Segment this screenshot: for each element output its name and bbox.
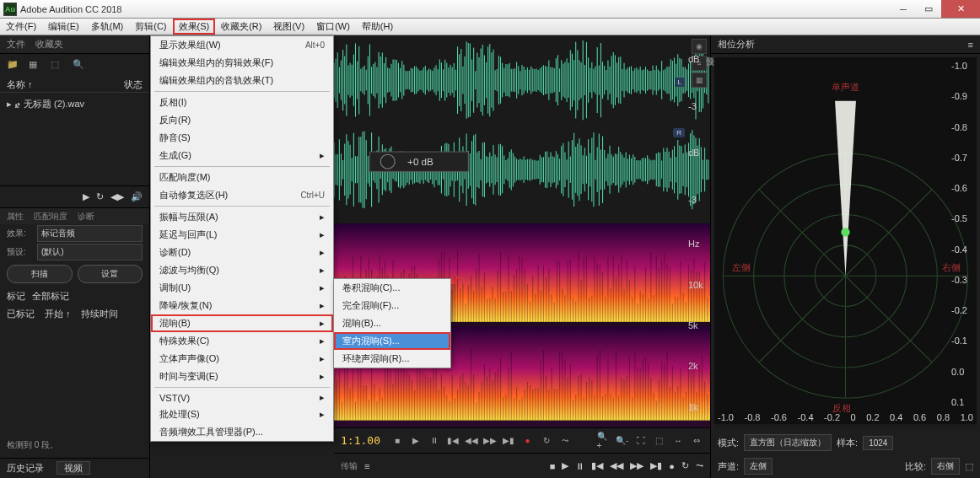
autoplay-icon[interactable]: ◀▶ xyxy=(110,191,124,202)
menu-item[interactable]: 诊断(D)▸ xyxy=(151,244,333,261)
col-start[interactable]: 开始 ↑ xyxy=(45,308,71,320)
g-forward-button[interactable]: ▶▶ xyxy=(630,460,643,471)
menu-4[interactable]: 效果(S) xyxy=(173,19,216,35)
menu-item[interactable]: 混响(B)▸ xyxy=(151,314,333,332)
pause-button[interactable]: ⏸ xyxy=(428,433,441,448)
menu-1[interactable]: 编辑(E) xyxy=(42,19,85,35)
menu-item[interactable]: 编辑效果组内的音轨效果(T) xyxy=(151,72,333,89)
menu-item[interactable]: 批处理(S)▸ xyxy=(151,405,333,423)
effect-select[interactable]: 标记音频 xyxy=(37,225,143,242)
channel-select[interactable]: 左侧 xyxy=(744,458,773,475)
tab-markers[interactable]: 标记 xyxy=(7,290,25,303)
menu-item[interactable]: 自动修复选区(H)Ctrl+U xyxy=(151,186,333,204)
menu-8[interactable]: 帮助(H) xyxy=(356,19,399,35)
history-select[interactable]: 视频 xyxy=(57,461,90,475)
g-loop-button[interactable]: ↻ xyxy=(681,460,689,471)
zoom-sel-icon[interactable]: ⬚ xyxy=(653,433,666,448)
menu-item[interactable]: 音频增效工具管理器(P)... xyxy=(151,423,333,441)
tab-files[interactable]: 文件 xyxy=(7,38,25,51)
g-rewind-button[interactable]: ◀◀ xyxy=(610,460,623,471)
play-button[interactable]: ▶ xyxy=(409,433,423,448)
menu-item[interactable]: 降噪/恢复(N)▸ xyxy=(151,297,333,314)
next-button[interactable]: ▶▮ xyxy=(502,433,515,448)
g-record-button[interactable]: ● xyxy=(669,461,675,471)
pan-icon[interactable]: ◉ xyxy=(692,39,707,54)
maximize-button[interactable]: ▭ xyxy=(916,0,941,18)
mode-select[interactable]: 直方图（日志缩放） xyxy=(744,434,832,451)
menu-item[interactable]: 生成(G)▸ xyxy=(151,147,333,164)
submenu-item[interactable]: 完全混响(F)... xyxy=(334,297,450,314)
preset-select[interactable]: (默认) xyxy=(37,244,143,260)
compare-select[interactable]: 右侧 xyxy=(931,458,960,475)
loop-button[interactable]: ↻ xyxy=(540,433,553,448)
waveform-display[interactable]: +0 dB ◉ ≡ ▦ dB-3dB-3 L R xyxy=(334,35,710,223)
g-prev-button[interactable]: ▮◀ xyxy=(591,460,603,471)
menu-item[interactable]: 反向(R) xyxy=(151,111,333,129)
submenu-item[interactable]: 卷积混响(C)... xyxy=(334,279,450,297)
open-icon[interactable]: 📁 xyxy=(7,59,20,73)
tab-all-markers[interactable]: 全部标记 xyxy=(32,290,69,303)
g-skip-button[interactable]: ⤳ xyxy=(696,460,703,471)
col-duration[interactable]: 持续时间 xyxy=(81,308,118,320)
menu-item[interactable]: 调制(U)▸ xyxy=(151,279,333,297)
scan-button[interactable]: 扫描 xyxy=(7,265,73,283)
menu-item[interactable]: VST(V)▸ xyxy=(151,389,333,405)
col-marked[interactable]: 已标记 xyxy=(7,308,35,320)
g-stop-button[interactable]: ■ xyxy=(550,461,556,471)
col-status[interactable]: 状态 xyxy=(124,78,143,91)
panel-menu-icon[interactable]: ≡ xyxy=(968,40,973,50)
tab-diagnostics[interactable]: 诊断 xyxy=(78,211,94,223)
col-name[interactable]: 名称 ↑ xyxy=(7,78,124,91)
zoom-fit-icon[interactable]: ⛶ xyxy=(634,433,648,448)
submenu-item[interactable]: 室内混响(S)... xyxy=(334,332,450,350)
close-button[interactable]: ✕ xyxy=(941,0,980,18)
menu-item[interactable]: 反相(I) xyxy=(151,94,333,111)
g-pause-button[interactable]: ⏸ xyxy=(575,461,584,471)
zoom-in-icon[interactable]: 🔍+ xyxy=(597,433,611,448)
samples-select[interactable]: 1024 xyxy=(863,436,893,450)
menu-item[interactable]: 编辑效果组内的剪辑效果(F) xyxy=(151,54,333,72)
menu-item[interactable]: 延迟与回声(L)▸ xyxy=(151,226,333,244)
menu-item[interactable]: 时间与变调(E)▸ xyxy=(151,368,333,385)
tree-item[interactable]: ▸ ⸙ 无标题 (2).wav xyxy=(7,96,143,112)
menu-item[interactable]: 特殊效果(C)▸ xyxy=(151,332,333,350)
tab-loudness[interactable]: 匹配响度 xyxy=(34,211,67,223)
tab-properties[interactable]: 属性 xyxy=(7,211,24,223)
forward-button[interactable]: ▶▶ xyxy=(483,433,497,448)
zoom-in-time-icon[interactable]: ↔ xyxy=(671,433,685,448)
skip-button[interactable]: ⤳ xyxy=(558,433,572,448)
menu-item[interactable]: 立体声声像(O)▸ xyxy=(151,350,333,368)
transport-menu-icon[interactable]: ≡ xyxy=(364,461,369,471)
submenu-item[interactable]: 混响(B)... xyxy=(334,314,450,332)
menu-item[interactable]: 静音(S) xyxy=(151,129,333,147)
view-icon[interactable]: ▦ xyxy=(692,73,707,88)
volume-icon[interactable]: 🔊 xyxy=(131,191,143,202)
import-icon[interactable]: ⬚ xyxy=(51,59,64,73)
prev-button[interactable]: ▮◀ xyxy=(446,433,460,448)
rewind-button[interactable]: ◀◀ xyxy=(465,433,478,448)
menu-3[interactable]: 剪辑(C) xyxy=(129,19,172,35)
menu-item[interactable]: 振幅与压限(A)▸ xyxy=(151,208,333,226)
g-next-button[interactable]: ▶▮ xyxy=(650,460,662,471)
tab-phase-analysis[interactable]: 相位分析 xyxy=(718,38,755,51)
tab-favorites[interactable]: 收藏夹 xyxy=(35,38,63,51)
menu-2[interactable]: 多轨(M) xyxy=(85,19,130,35)
zoom-out-icon[interactable]: 🔍- xyxy=(616,433,629,448)
menu-item[interactable]: 匹配响度(M) xyxy=(151,169,333,186)
menu-6[interactable]: 视图(V) xyxy=(267,19,310,35)
settings-icon[interactable]: ⬚ xyxy=(965,461,973,472)
loop-icon[interactable]: ↻ xyxy=(96,191,104,202)
phase-display[interactable]: 单声道 左侧 右侧 反相 -1.0-0.9-0.8-0.7-0.6-0.5-0.… xyxy=(714,57,977,427)
menu-5[interactable]: 收藏夹(R) xyxy=(215,19,267,35)
menu-item[interactable]: 滤波与均衡(Q)▸ xyxy=(151,261,333,279)
menu-icon[interactable]: ≡ xyxy=(692,56,707,71)
submenu-item[interactable]: 环绕声混响(R)... xyxy=(334,350,450,368)
g-play-button[interactable]: ▶ xyxy=(562,460,568,471)
record-button[interactable]: ● xyxy=(521,433,535,448)
menu-0[interactable]: 文件(F) xyxy=(0,19,42,35)
minimize-button[interactable]: ─ xyxy=(891,0,916,18)
menu-7[interactable]: 窗口(W) xyxy=(310,19,356,35)
zoom-out-time-icon[interactable]: ⇔ xyxy=(690,433,703,448)
play-icon[interactable]: ▶ xyxy=(83,191,89,202)
search-icon[interactable]: 🔍 xyxy=(73,59,86,73)
